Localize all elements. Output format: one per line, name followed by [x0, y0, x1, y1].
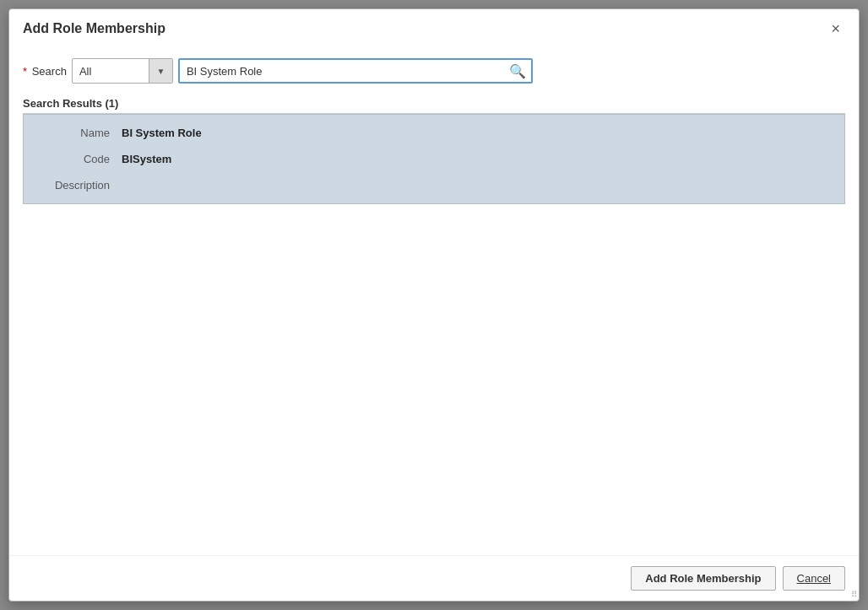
- cancel-underline-char: C: [797, 572, 805, 585]
- description-label: Description: [37, 179, 122, 192]
- cancel-rest-label: ancel: [805, 572, 831, 585]
- add-role-membership-button[interactable]: Add Role Membership: [631, 566, 775, 591]
- cancel-button[interactable]: Cancel: [783, 566, 845, 591]
- dialog-header: Add Role Membership ×: [9, 9, 859, 46]
- add-role-membership-dialog: Add Role Membership × * Search All ▼ 🔍: [8, 8, 860, 602]
- dialog-title: Add Role Membership: [23, 21, 165, 36]
- search-icon: 🔍: [509, 63, 526, 79]
- results-panel: Name BI System Role Code BISystem Descri…: [23, 114, 845, 204]
- search-input-wrapper: 🔍: [178, 58, 533, 84]
- search-button[interactable]: 🔍: [504, 63, 531, 79]
- dropdown-value: All: [73, 65, 149, 78]
- search-category-dropdown[interactable]: All ▼: [72, 58, 173, 84]
- search-input[interactable]: [180, 65, 504, 78]
- result-grid: Name BI System Role Code BISystem Descri…: [37, 127, 831, 192]
- chevron-down-icon: ▼: [156, 67, 165, 76]
- search-label: * Search: [23, 65, 67, 78]
- required-indicator: *: [23, 65, 27, 78]
- name-value: BI System Role: [122, 127, 831, 139]
- dropdown-arrow-button[interactable]: ▼: [149, 59, 172, 83]
- description-value: [122, 179, 831, 192]
- results-header: Search Results (1): [23, 97, 845, 113]
- name-label: Name: [37, 127, 122, 139]
- code-label: Code: [37, 153, 122, 165]
- search-row: * Search All ▼ 🔍: [23, 58, 845, 84]
- close-button[interactable]: ×: [826, 19, 845, 38]
- resize-handle[interactable]: ⠿: [851, 590, 857, 599]
- dialog-footer: Add Role Membership Cancel: [9, 555, 859, 601]
- code-value: BISystem: [122, 153, 831, 165]
- dialog-body: * Search All ▼ 🔍 Search Results (1): [9, 46, 859, 555]
